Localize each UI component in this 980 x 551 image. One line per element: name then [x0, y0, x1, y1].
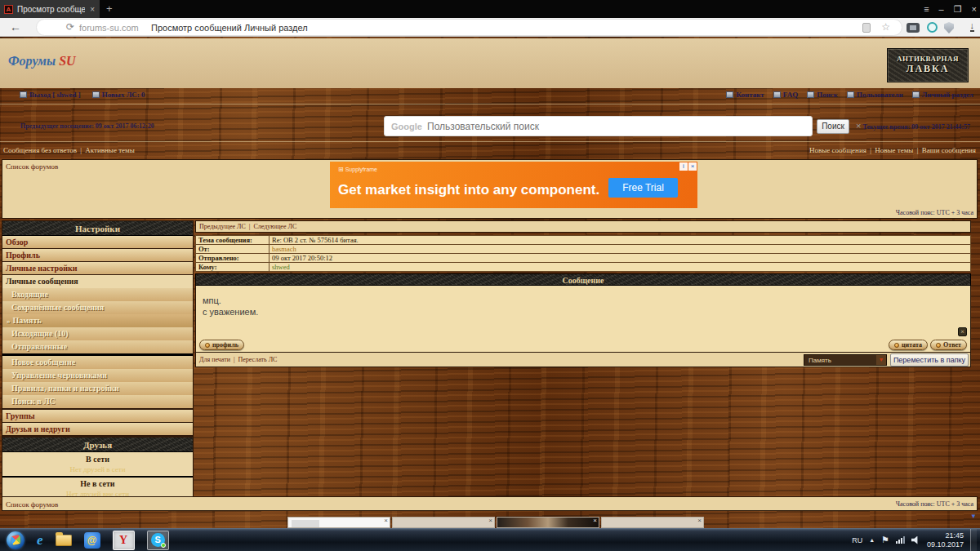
- quote-button[interactable]: цитата: [889, 340, 928, 350]
- sidebar-item-drafts[interactable]: Управление черновиками: [2, 369, 193, 382]
- sidebar-item-sent[interactable]: Отправленные: [2, 340, 193, 353]
- internet-explorer-icon[interactable]: e: [37, 532, 43, 549]
- board-index-link[interactable]: Список форумов: [6, 162, 58, 171]
- system-tray: RU ▲ ⚑ 21:45 09.10.2017: [852, 529, 980, 551]
- faq-icon: [773, 91, 781, 98]
- prev-pm-link[interactable]: Предыдущее ЛС: [199, 223, 246, 230]
- sidebar-item-personal-settings[interactable]: Личные настройки: [2, 262, 193, 275]
- forum-page: ФорумыSU АНТИКВАРНАЯ ЛАВКА Выход [ shwed…: [0, 37, 980, 528]
- action-center-flag-icon[interactable]: ⚑: [881, 535, 889, 545]
- forward-link[interactable]: Переслать ЛС: [238, 356, 278, 363]
- bottom-ad-frame[interactable]: ×: [392, 517, 495, 528]
- download-icon[interactable]: ↓: [970, 21, 975, 32]
- forum-header: ФорумыSU АНТИКВАРНАЯ ЛАВКА: [0, 38, 980, 88]
- sidebar-item-friends-foes[interactable]: Друзья и недруги: [2, 423, 193, 436]
- address-page-title: Просмотр сообщений Личный раздел: [151, 23, 308, 33]
- ad-close-icon[interactable]: ×: [488, 517, 492, 524]
- search-submit-button[interactable]: Поиск: [817, 119, 849, 134]
- forum-logo-home-link[interactable]: ФорумыSU: [8, 54, 76, 69]
- search-link[interactable]: Поиск: [807, 91, 838, 99]
- users-label: Пользователи: [857, 91, 903, 99]
- show-desktop-button[interactable]: [970, 529, 977, 551]
- message-close-icon[interactable]: ×: [958, 327, 967, 336]
- network-icon[interactable]: [896, 536, 905, 544]
- users-link[interactable]: Пользователи: [847, 91, 903, 99]
- print-link[interactable]: Для печати: [199, 356, 230, 363]
- browser-menu-icon[interactable]: ≡: [924, 4, 929, 14]
- windows-flag-icon: [11, 535, 20, 545]
- logout-link[interactable]: Выход [ shwed ]: [20, 91, 81, 99]
- timezone-text: Часовой пояс: UTC + 3 часа: [896, 209, 973, 216]
- new-pm-link[interactable]: Новых ЛС: 0: [92, 91, 145, 99]
- address-bar[interactable]: ⟳ forums-su.com Просмотр сообщений Личны…: [36, 19, 902, 36]
- tab-close-icon[interactable]: ×: [89, 5, 96, 14]
- friends-box: В сети Нет друзей в сети Не в сети Нет д…: [2, 452, 193, 503]
- yandex-browser-taskbar-button[interactable]: Y: [113, 531, 135, 550]
- ucp-link[interactable]: Личный раздел: [912, 91, 973, 99]
- folder-select[interactable]: Память ▼: [804, 354, 887, 366]
- agent-extension-icon[interactable]: [927, 22, 938, 33]
- ad-close-icon[interactable]: ×: [697, 517, 702, 524]
- minimize-icon[interactable]: –: [939, 4, 944, 14]
- reply-button[interactable]: Ответ: [930, 340, 967, 350]
- sidebar-item-outbox[interactable]: Исходящие (10): [2, 327, 193, 340]
- ad-banner[interactable]: ⊞Supplyframe Get market insight into any…: [330, 162, 697, 208]
- start-button[interactable]: [7, 531, 24, 549]
- ad-close-icon[interactable]: ×: [688, 162, 697, 171]
- move-to-folder-button[interactable]: Переместить в папку: [890, 353, 969, 367]
- sidebar-item-pm-search[interactable]: Поиск в ЛС: [2, 395, 193, 408]
- faq-link[interactable]: FAQ: [773, 91, 798, 99]
- reload-icon[interactable]: ⟳: [66, 21, 74, 33]
- sidebar-item-groups[interactable]: Группы: [2, 410, 193, 423]
- message-body: мпц. с уважением. ×: [195, 286, 971, 338]
- page-icon[interactable]: [862, 23, 871, 33]
- sidebar-item-overview[interactable]: Обзор: [2, 236, 193, 249]
- active-topics-link[interactable]: Активные темы: [85, 146, 135, 154]
- volume-icon[interactable]: [911, 536, 920, 544]
- unanswered-link[interactable]: Сообщения без ответов: [3, 146, 77, 154]
- bottom-ad-frame[interactable]: ×: [497, 517, 599, 528]
- mailru-agent-icon[interactable]: @: [84, 532, 100, 549]
- contact-link[interactable]: Контакт: [726, 91, 764, 99]
- ad-cta-button[interactable]: Free Trial: [608, 178, 678, 198]
- next-pm-link[interactable]: Следующее ЛС: [253, 223, 296, 230]
- back-icon[interactable]: ←: [10, 20, 21, 33]
- language-indicator[interactable]: RU: [852, 536, 862, 544]
- search-input[interactable]: [385, 117, 812, 136]
- from-user-link[interactable]: basmach: [270, 245, 971, 254]
- screenshot-extension-icon[interactable]: [906, 23, 920, 33]
- message-panel-title: Сообщение: [195, 273, 971, 286]
- close-icon[interactable]: ×: [972, 4, 977, 14]
- bottom-ad-frame[interactable]: ×: [287, 517, 390, 528]
- quote-icon: [894, 343, 899, 348]
- ad-brand: ⊞Supplyframe: [338, 166, 377, 173]
- new-topics-link[interactable]: Новые темы: [875, 146, 913, 154]
- ad-close-icon[interactable]: ×: [593, 517, 597, 524]
- tray-expand-icon[interactable]: ▲: [869, 537, 875, 543]
- sidebar-item-saved[interactable]: Сохранённые сообщения: [2, 301, 193, 314]
- search-close-icon[interactable]: ×: [856, 121, 861, 131]
- to-user-link[interactable]: shwed: [270, 263, 971, 272]
- new-tab-button[interactable]: +: [106, 2, 113, 16]
- sidebar-item-new-message[interactable]: Новое сообщение: [2, 356, 193, 369]
- profile-button[interactable]: профиль: [199, 340, 244, 350]
- sidebar-item-rules-folders[interactable]: Правила, папки и настройки: [2, 382, 193, 395]
- bottom-ad-frame[interactable]: ×: [601, 517, 704, 528]
- ad-close-icon[interactable]: ×: [384, 517, 388, 524]
- shield-extension-icon[interactable]: [944, 22, 954, 33]
- explorer-folder-icon[interactable]: [56, 535, 72, 546]
- bookmark-star-icon[interactable]: ☆: [881, 21, 890, 33]
- sidebar-item-profile[interactable]: Профиль: [2, 249, 193, 262]
- tab-forum[interactable]: A Просмотр сообщений Л ×: [0, 0, 100, 18]
- sidebar-item-inbox[interactable]: Входящие: [2, 288, 193, 301]
- antique-shop-banner[interactable]: АНТИКВАРНАЯ ЛАВКА: [887, 48, 969, 82]
- scroll-down-icon[interactable]: ▼: [970, 513, 977, 520]
- taskbar-clock[interactable]: 21:45 09.10.2017: [927, 531, 964, 549]
- sidebar-item-memory-selected[interactable]: »Память: [2, 314, 193, 327]
- restore-icon[interactable]: ❐: [954, 4, 962, 15]
- your-messages-link[interactable]: Ваши сообщения: [922, 146, 976, 154]
- skype-taskbar-button[interactable]: S: [147, 531, 169, 550]
- ad-info-icon[interactable]: i: [679, 162, 688, 171]
- board-index-link-bottom[interactable]: Список форумов: [6, 500, 58, 509]
- new-messages-link[interactable]: Новые сообщения: [809, 146, 866, 154]
